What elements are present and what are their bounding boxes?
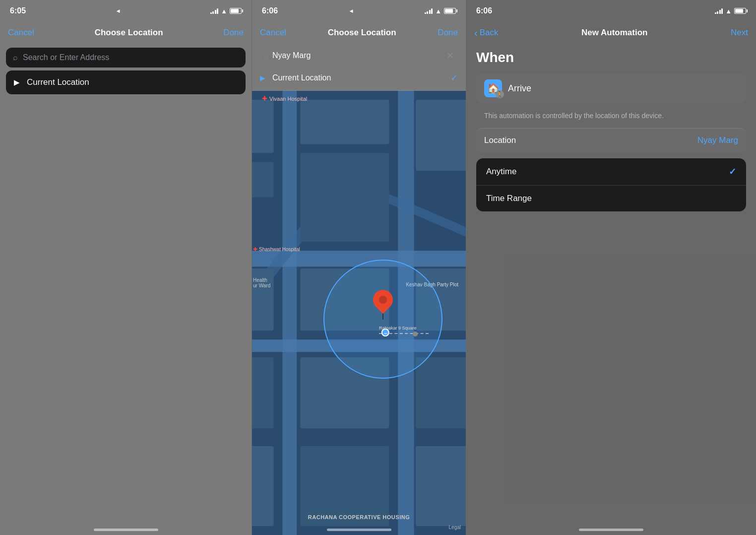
current-location-label-2: Current Location xyxy=(272,73,331,82)
distance-line xyxy=(379,333,429,334)
walk-icon: 🚶 xyxy=(496,90,504,98)
status-bar-2: 6:06 ◂ ▲ xyxy=(252,0,466,22)
clear-search-button[interactable]: ✕ xyxy=(446,50,454,61)
svg-rect-16 xyxy=(252,357,274,428)
time-range-option[interactable]: Time Range xyxy=(476,185,746,211)
arrive-row[interactable]: 🏠 🚶 Arrive xyxy=(476,73,746,103)
battery-icon-2 xyxy=(444,8,456,14)
legal-label: Legal xyxy=(449,525,461,530)
pin-head-inner xyxy=(379,296,387,304)
svg-rect-8 xyxy=(252,100,274,153)
nav-bar-3: ‹ Back New Automation Next xyxy=(466,22,756,44)
wifi-icon-1: ▲ xyxy=(221,7,227,15)
back-label: Back xyxy=(480,28,499,38)
time-1: 6:05 xyxy=(10,6,26,15)
location-label: Location xyxy=(484,135,516,145)
when-title: When xyxy=(476,50,746,66)
rachana-label: RACHANA COOPERATIVE HOUSING xyxy=(308,514,410,520)
cancel-button-1[interactable]: Cancel xyxy=(8,28,34,38)
battery-icon-3 xyxy=(734,8,746,14)
chevron-left-icon: ‹ xyxy=(474,27,478,39)
cancel-button-2[interactable]: Cancel xyxy=(260,28,286,38)
panel-choose-location-map: 6:06 ◂ ▲ Cancel Choose Location Done ⌕ N… xyxy=(252,0,466,535)
wifi-icon-3: ▲ xyxy=(725,7,732,15)
svg-rect-10 xyxy=(252,162,274,198)
anytime-option[interactable]: Anytime ✓ xyxy=(476,158,746,185)
health-label: Health ur Ward xyxy=(253,277,270,288)
geofence-container: Ratnakar 9 Square xyxy=(323,260,442,379)
search-box-1[interactable]: ⌕ Search or Enter Address xyxy=(6,48,246,67)
map-pin-marker xyxy=(373,290,393,320)
geofence-circle: Ratnakar 9 Square xyxy=(323,260,442,379)
location-value: Nyay Marg xyxy=(697,135,738,145)
time-picker-dropdown: Anytime ✓ Time Range xyxy=(476,158,746,211)
home-indicator-2 xyxy=(327,529,391,531)
status-icons-2: ▲ xyxy=(425,7,456,15)
anytime-label: Anytime xyxy=(486,167,516,177)
vivaan-hospital-label: ✚ Vivaan Hospital xyxy=(262,95,307,102)
svg-rect-22 xyxy=(252,446,274,526)
nav-bar-2: Cancel Choose Location Done xyxy=(252,22,466,44)
arrive-icon: 🏠 🚶 xyxy=(484,79,502,97)
signal-icon-2 xyxy=(425,8,433,14)
signal-icon-1 xyxy=(210,8,219,14)
search-icon-2: ⌕ xyxy=(264,52,268,60)
svg-rect-13 xyxy=(416,100,466,171)
current-location-row-1[interactable]: ▶ Current Location xyxy=(6,70,246,94)
back-button[interactable]: ‹ Back xyxy=(474,27,498,39)
location-arrow-icon-2: ◂ xyxy=(350,7,353,14)
pin-head xyxy=(369,285,397,314)
battery-icon-1 xyxy=(230,8,242,14)
nav-title-2: Choose Location xyxy=(328,28,396,38)
location-arrow-icon-row-1: ▶ xyxy=(14,78,20,87)
panel-new-automation: 6:06 ▲ ‹ Back New Automation Next When 🏠… xyxy=(466,0,756,535)
anytime-checkmark-icon: ✓ xyxy=(729,166,736,177)
done-button-1[interactable]: Done xyxy=(223,28,244,38)
location-info-row[interactable]: Location Nyay Marg xyxy=(476,128,746,152)
location-arrow-icon-row-2: ▶ xyxy=(260,74,265,82)
automation-description: This automation is controlled by the loc… xyxy=(476,108,746,128)
map-area: ✚ Vivaan Hospital ✚ Shashwat Hospital Ke… xyxy=(252,91,466,535)
next-button[interactable]: Next xyxy=(731,28,748,38)
checkmark-icon-2: ✓ xyxy=(450,72,458,83)
nav-title-3: New Automation xyxy=(581,28,647,38)
search-icon-1: ⌕ xyxy=(13,53,18,62)
location-arrow-icon-1: ◂ xyxy=(117,7,120,14)
destination-dot xyxy=(413,332,418,336)
current-location-row-2[interactable]: ▶ Current Location ✓ xyxy=(252,66,466,91)
nav-title-1: Choose Location xyxy=(95,28,163,38)
rachana-label-area: RACHANA COOPERATIVE HOUSING xyxy=(308,514,410,520)
svg-rect-24 xyxy=(416,446,466,526)
shashwat-hospital-label: ✚ Shashwat Hospital xyxy=(253,246,300,253)
status-icons-1: ▲ xyxy=(210,7,242,15)
wifi-icon-2: ▲ xyxy=(435,7,441,15)
panel3-content: When 🏠 🚶 Arrive This automation is contr… xyxy=(466,44,756,217)
home-indicator-3 xyxy=(579,529,643,531)
nav-bar-1: Cancel Choose Location Done xyxy=(0,22,252,44)
status-bar-1: 6:05 ◂ ▲ xyxy=(0,0,252,22)
svg-rect-12 xyxy=(300,153,389,242)
status-icons-3: ▲ xyxy=(715,7,746,15)
svg-rect-3 xyxy=(283,91,297,535)
current-location-label-1: Current Location xyxy=(27,77,89,87)
ratnakar-label: Ratnakar 9 Square xyxy=(379,326,417,331)
search-placeholder-1: Search or Enter Address xyxy=(23,53,109,62)
panel1-content: ⌕ Search or Enter Address ▶ Current Loca… xyxy=(0,44,252,98)
time-2: 6:06 xyxy=(262,6,278,15)
signal-icon-3 xyxy=(715,8,723,14)
search-box-2[interactable]: ⌕ Nyay Marg ✕ xyxy=(258,46,460,66)
status-bar-3: 6:06 ▲ xyxy=(466,0,756,22)
home-indicator-1 xyxy=(94,529,158,531)
arrive-label: Arrive xyxy=(508,83,531,94)
time-range-label: Time Range xyxy=(486,194,532,203)
panel-choose-location-empty: 6:05 ◂ ▲ Cancel Choose Location Done ⌕ S… xyxy=(0,0,252,535)
done-button-2[interactable]: Done xyxy=(438,28,458,38)
svg-rect-11 xyxy=(300,100,389,144)
search-value-2: Nyay Marg xyxy=(272,51,442,60)
time-3: 6:06 xyxy=(476,6,492,15)
